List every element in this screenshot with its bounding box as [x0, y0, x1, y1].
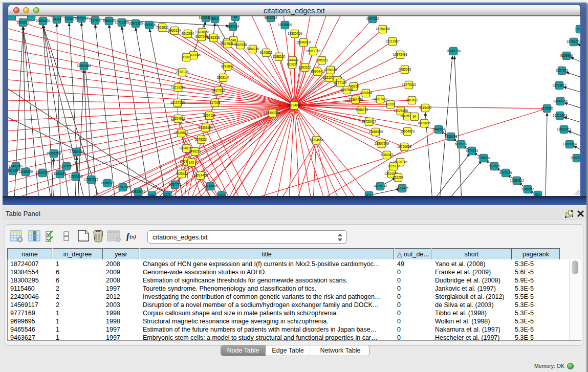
svg-text:10719155: 10719155 [115, 20, 129, 24]
svg-text:9084067: 9084067 [381, 153, 394, 157]
svg-text:1545195: 1545195 [54, 172, 67, 176]
svg-text:1733426: 1733426 [396, 186, 409, 190]
svg-text:19654935: 19654935 [171, 117, 186, 120]
svg-text:7632621: 7632621 [488, 164, 501, 168]
svg-text:9146821: 9146821 [260, 51, 273, 54]
svg-text:19384554: 19384554 [309, 138, 324, 142]
svg-text:904: 904 [149, 193, 155, 196]
svg-text:9427552: 9427552 [212, 89, 225, 92]
svg-text:19356: 19356 [52, 17, 61, 21]
svg-text:1112: 1112 [576, 27, 580, 31]
svg-text:1588520: 1588520 [273, 55, 286, 58]
svg-text:17957225: 17957225 [84, 178, 99, 181]
svg-text:16648784: 16648784 [446, 49, 461, 53]
svg-text:1615132: 1615132 [387, 164, 400, 168]
svg-text:19756928: 19756928 [397, 145, 412, 148]
svg-text:6794028: 6794028 [324, 68, 337, 72]
svg-text:12213967: 12213967 [385, 39, 400, 43]
svg-text:2967608: 2967608 [234, 43, 247, 47]
svg-text:12942757: 12942757 [35, 171, 50, 174]
svg-text:317008: 317008 [209, 101, 221, 104]
svg-text:17359924: 17359924 [70, 150, 84, 154]
svg-text:1362615: 1362615 [299, 65, 312, 69]
svg-text:7625402: 7625402 [176, 172, 188, 176]
svg-text:6966160: 6966160 [103, 19, 116, 23]
svg-text:13692971: 13692971 [557, 127, 572, 131]
svg-text:7485063: 7485063 [399, 68, 411, 71]
svg-text:6899695: 6899695 [418, 121, 431, 125]
svg-text:16107553: 16107553 [170, 101, 185, 104]
svg-text:10958127: 10958127 [100, 181, 115, 185]
svg-text:(x): (x) [129, 233, 136, 240]
svg-text:14136141: 14136141 [373, 184, 388, 188]
svg-text:12444156: 12444156 [553, 99, 568, 103]
svg-text:8186328: 8186328 [207, 36, 220, 39]
svg-text:9329996: 9329996 [560, 54, 573, 57]
svg-text:20364436: 20364436 [349, 98, 363, 101]
svg-text:871: 871 [366, 193, 372, 196]
svg-text:12093872: 12093872 [552, 83, 567, 87]
svg-text:6938918: 6938918 [445, 135, 458, 138]
svg-text:2087682: 2087682 [366, 17, 379, 20]
svg-text:15720407: 15720407 [362, 120, 377, 123]
svg-text:3267110: 3267110 [203, 114, 216, 117]
svg-text:16210643: 16210643 [553, 114, 568, 117]
svg-text:17016504: 17016504 [562, 142, 577, 146]
svg-text:18807249: 18807249 [375, 142, 389, 145]
svg-text:16671355: 16671355 [128, 21, 143, 25]
svg-text:19166825: 19166825 [174, 131, 189, 135]
svg-text:10688609: 10688609 [368, 130, 383, 134]
svg-text:8454749: 8454749 [247, 47, 259, 51]
svg-text:1292: 1292 [218, 193, 226, 196]
svg-text:9327505: 9327505 [195, 35, 208, 38]
svg-text:15751074: 15751074 [567, 40, 580, 43]
svg-text:7663822: 7663822 [156, 26, 169, 29]
svg-text:1171: 1171 [164, 193, 171, 196]
svg-text:9457771: 9457771 [169, 183, 182, 186]
svg-text:21034: 21034 [64, 17, 74, 20]
svg-text:10973493: 10973493 [393, 53, 408, 56]
svg-text:8814: 8814 [211, 17, 219, 20]
svg-text:7515526: 7515526 [143, 23, 156, 27]
svg-text:2718176: 2718176 [176, 70, 189, 74]
svg-text:3215955: 3215955 [541, 106, 554, 110]
svg-text:10653267: 10653267 [74, 16, 89, 20]
svg-text:26053346: 26053346 [77, 64, 92, 68]
svg-text:12975115: 12975115 [402, 83, 416, 86]
svg-text:64: 64 [412, 115, 417, 118]
svg-text:13325419: 13325419 [288, 32, 302, 35]
svg-text:6497508: 6497508 [341, 88, 354, 92]
svg-text:1167531: 1167531 [571, 156, 580, 160]
svg-text:9245652: 9245652 [521, 187, 534, 191]
svg-text:8960124: 8960124 [168, 29, 181, 32]
svg-text:9327508: 9327508 [221, 42, 234, 46]
svg-text:19654923: 19654923 [400, 129, 415, 133]
svg-text:12505115: 12505115 [69, 174, 83, 178]
svg-text:1640954: 1640954 [432, 127, 445, 131]
svg-text:16640910: 16640910 [296, 40, 311, 44]
svg-text:8990443: 8990443 [311, 70, 324, 73]
svg-text:93975857: 93975857 [59, 164, 74, 168]
svg-text:391549: 391549 [8, 169, 18, 172]
svg-text:10654112: 10654112 [510, 179, 524, 182]
svg-text:140: 140 [189, 161, 194, 164]
svg-text:16782759: 16782759 [116, 185, 130, 189]
svg-text:546: 546 [231, 38, 236, 42]
svg-text:16961758: 16961758 [306, 49, 321, 53]
svg-text:13716485: 13716485 [203, 184, 218, 188]
svg-text:20691406: 20691406 [36, 19, 51, 23]
svg-text:3824554: 3824554 [360, 91, 373, 95]
svg-text:2935114: 2935114 [477, 156, 490, 160]
svg-text:8912954: 8912954 [182, 32, 194, 35]
svg-text:7955812: 7955812 [316, 58, 329, 62]
svg-text:12213369: 12213369 [171, 85, 186, 89]
svg-text:62160: 62160 [386, 102, 395, 106]
svg-text:924: 924 [535, 193, 541, 196]
svg-text:9227343: 9227343 [556, 69, 569, 72]
svg-text:8813054: 8813054 [265, 16, 277, 19]
svg-text:19218506: 19218506 [278, 23, 293, 27]
svg-text:9463627: 9463627 [406, 98, 419, 102]
svg-text:1205572: 1205572 [17, 20, 30, 24]
svg-text:83: 83 [233, 16, 237, 18]
svg-text:9777169: 9777169 [334, 81, 347, 84]
